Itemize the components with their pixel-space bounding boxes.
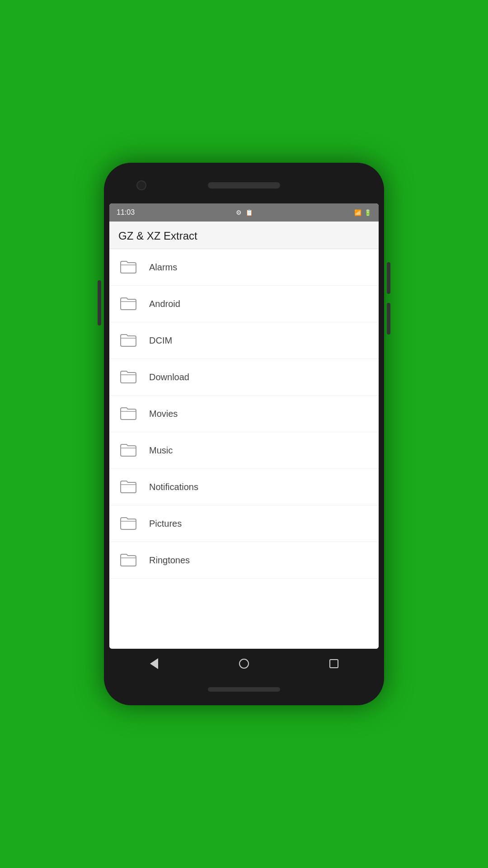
list-item[interactable]: DCIM — [109, 322, 379, 359]
list-item[interactable]: Notifications — [109, 469, 379, 505]
sd-icon: 📋 — [245, 209, 253, 216]
screen: 11:03 ⚙ 📋 📶 🔋 GZ & XZ Extract Alarms And… — [109, 203, 379, 649]
list-item[interactable]: Music — [109, 432, 379, 469]
folder-name: Notifications — [149, 482, 198, 492]
battery-icon: 🔋 — [364, 209, 371, 216]
folder-icon — [118, 330, 138, 350]
folder-icon — [118, 440, 138, 460]
folder-icon — [118, 477, 138, 497]
signal-icon: 📶 — [354, 209, 361, 216]
folder-name: Android — [149, 299, 180, 309]
folder-icon — [118, 294, 138, 314]
app-header: GZ & XZ Extract — [109, 222, 379, 249]
status-time: 11:03 — [117, 208, 135, 217]
folder-name: Download — [149, 372, 189, 382]
bottom-indicator — [208, 687, 280, 692]
status-bar: 11:03 ⚙ 📋 📶 🔋 — [109, 203, 379, 222]
app-title: GZ & XZ Extract — [118, 230, 197, 242]
folder-icon — [118, 257, 138, 277]
folder-name: DCIM — [149, 335, 172, 346]
navigation-bar — [109, 649, 379, 678]
list-item[interactable]: Alarms — [109, 249, 379, 286]
status-right: 📶 🔋 — [354, 209, 371, 216]
home-button[interactable] — [235, 655, 253, 673]
folder-name: Ringtones — [149, 555, 190, 566]
volume-down-button[interactable] — [387, 303, 390, 335]
list-item[interactable]: Pictures — [109, 505, 379, 542]
folder-icon — [118, 514, 138, 533]
folder-name: Pictures — [149, 519, 182, 529]
power-button[interactable] — [98, 280, 101, 326]
recents-button[interactable] — [325, 655, 343, 673]
folder-icon — [118, 404, 138, 424]
phone-bottom — [208, 678, 280, 701]
phone-top — [109, 167, 379, 203]
back-button[interactable] — [145, 655, 163, 673]
camera — [136, 180, 146, 190]
folder-icon — [118, 550, 138, 570]
list-item[interactable]: Download — [109, 359, 379, 396]
list-item[interactable]: Movies — [109, 396, 379, 432]
folder-name: Music — [149, 445, 173, 456]
folder-name: Movies — [149, 409, 178, 419]
status-icons: ⚙ 📋 — [236, 209, 253, 216]
speaker — [208, 182, 280, 189]
folder-list: Alarms Android DCIM Download Movies Musi… — [109, 249, 379, 649]
folder-icon — [118, 367, 138, 387]
volume-up-button[interactable] — [387, 262, 390, 294]
folder-name: Alarms — [149, 262, 177, 273]
list-item[interactable]: Android — [109, 286, 379, 322]
settings-icon: ⚙ — [236, 209, 242, 216]
phone-frame: 11:03 ⚙ 📋 📶 🔋 GZ & XZ Extract Alarms And… — [104, 163, 384, 705]
list-item[interactable]: Ringtones — [109, 542, 379, 579]
